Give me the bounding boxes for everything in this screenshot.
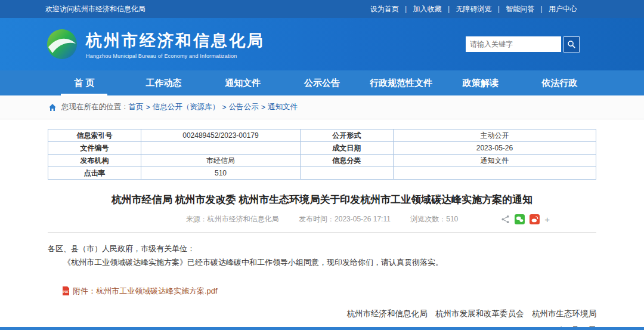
main-nav: 首 页 工作动态 通知文件 公示公告 行政规范性文件 政策解读 依法行政: [0, 70, 644, 95]
site-header: 杭州市经济和信息化局 Hangzhou Municipal Bureau of …: [0, 18, 644, 70]
divider: [48, 232, 596, 233]
meta-label: 文件编号: [48, 142, 141, 155]
topbar-links: 设为首页 | 加入收藏 | 无障碍浏览 | 智能问答 | 用户中心: [370, 4, 577, 14]
footer-strip: [0, 327, 644, 330]
table-row: 信息索引号 002489452/2023-00179 公开形式 主动公开: [48, 129, 596, 142]
search-icon: [567, 40, 576, 49]
nav-notice-files[interactable]: 通知文件: [203, 70, 283, 95]
nav-policy-interpretation[interactable]: 政策解读: [441, 70, 520, 95]
wechat-share-icon[interactable]: [515, 214, 525, 224]
topbar-separator: |: [541, 5, 543, 13]
meta-value: [393, 167, 596, 180]
svg-text:PDF: PDF: [63, 290, 69, 294]
breadcrumb-link-notice-files[interactable]: 通知文件: [268, 102, 298, 112]
meta-value: 主动公开: [393, 129, 596, 142]
nav-regulatory-files[interactable]: 行政规范性文件: [361, 70, 441, 95]
site-name: 杭州市经济和信息化局: [86, 30, 265, 51]
topbar-welcome: 欢迎访问杭州市经济和信息化局: [45, 4, 145, 14]
article-meta-row: 来源：杭州市经济和信息化局 发布时间：2023-05-26 17:11 浏览次数…: [48, 214, 596, 226]
topbar-separator: |: [405, 5, 407, 13]
nav-work-news[interactable]: 工作动态: [124, 70, 203, 95]
topbar-link-accessibility[interactable]: 无障碍浏览: [456, 5, 491, 13]
breadcrumb-link-home[interactable]: 首页: [129, 102, 144, 112]
article-view-count: 浏览次数：510: [410, 215, 458, 223]
site-logo-icon: [47, 29, 78, 60]
meta-label: 点击率: [48, 167, 141, 180]
site-title-block: 杭州市经济和信息化局 Hangzhou Municipal Bureau of …: [86, 30, 265, 59]
table-row: 发布机构 市经信局 信息分类 通知文件: [48, 155, 596, 167]
topbar-link-user-center[interactable]: 用户中心: [549, 5, 577, 13]
meta-value: [141, 142, 301, 155]
attachment-link[interactable]: 附件：杭州市工业领域碳达峰实施方案.pdf: [73, 286, 218, 297]
breadcrumb-separator: >: [261, 103, 265, 112]
meta-label: 信息分类: [300, 155, 393, 167]
meta-label: 信息索引号: [48, 129, 141, 142]
home-icon[interactable]: [48, 103, 57, 112]
search-box: [466, 36, 580, 53]
breadcrumb-link-info-disclosure[interactable]: 信息公开（资源库）: [153, 102, 220, 112]
document-signature: 杭州市经济和信息化局 杭州市发展和改革委员会 杭州市生态环境局: [48, 309, 596, 319]
table-row: 点击率 510: [48, 167, 596, 180]
meta-label: 公开形式: [300, 129, 393, 142]
topbar-link-set-home[interactable]: 设为首页: [370, 5, 399, 13]
article-publish-time: 发布时间：2023-05-26 17:11: [299, 215, 391, 223]
pdf-file-icon: PDF: [62, 286, 70, 295]
share-icon[interactable]: [501, 215, 510, 224]
share-buttons: +: [501, 214, 550, 224]
topbar-separator: |: [448, 5, 450, 13]
breadcrumb-link-announcements[interactable]: 公告公示: [229, 102, 259, 112]
breadcrumb-separator: >: [222, 103, 226, 112]
breadcrumb: 您现在所在的位置： 首页 > 信息公开（资源库） > 公告公示 > 通知文件: [0, 95, 644, 119]
document-meta-table: 信息索引号 002489452/2023-00179 公开形式 主动公开 文件编…: [48, 129, 596, 180]
topbar: 欢迎访问杭州市经济和信息化局 设为首页 | 加入收藏 | 无障碍浏览 | 智能问…: [0, 0, 644, 18]
page-title: 杭州市经信局 杭州市发改委 杭州市生态环境局关于印发杭州市工业领域碳达峰实施方案…: [48, 193, 596, 206]
page: 欢迎访问杭州市经济和信息化局 设为首页 | 加入收藏 | 无障碍浏览 | 智能问…: [0, 0, 644, 330]
meta-label: 成文日期: [300, 142, 393, 155]
nav-public-announcements[interactable]: 公示公告: [283, 70, 362, 95]
article-salutation: 各区、县（市）人民政府，市级有关单位：: [48, 242, 596, 255]
topbar-link-favorite[interactable]: 加入收藏: [413, 5, 442, 13]
attachment-row: PDF 附件：杭州市工业领域碳达峰实施方案.pdf: [62, 286, 596, 297]
weibo-share-icon[interactable]: [530, 214, 540, 224]
article-source: 来源：杭州市经济和信息化局: [186, 215, 279, 223]
site-name-english: Hangzhou Municipal Bureau of Economy and…: [86, 53, 265, 59]
article-body: 《杭州市工业领域碳达峰实施方案》已经市碳达峰碳中和工作领导小组同意，现印发给你们…: [48, 255, 596, 269]
breadcrumb-separator: >: [146, 103, 150, 112]
meta-label: 发布机构: [48, 155, 141, 167]
nav-law-administration[interactable]: 依法行政: [520, 70, 599, 95]
meta-value: 通知文件: [393, 155, 596, 167]
topbar-link-smart-qa[interactable]: 智能问答: [506, 5, 534, 13]
search-button[interactable]: [564, 36, 580, 53]
table-row: 文件编号 成文日期 2023-05-26: [48, 142, 596, 155]
meta-value: 2023-05-26: [393, 142, 596, 155]
nav-home[interactable]: 首 页: [45, 70, 124, 95]
search-input[interactable]: [466, 36, 561, 52]
meta-value: 510: [141, 167, 301, 180]
meta-value: 002489452/2023-00179: [141, 129, 301, 142]
share-more-button[interactable]: +: [544, 214, 550, 224]
main-content: 信息索引号 002489452/2023-00179 公开形式 主动公开 文件编…: [0, 119, 644, 330]
topbar-separator: |: [498, 5, 500, 13]
meta-label: [300, 167, 393, 180]
breadcrumb-prefix: 您现在所在的位置：: [61, 102, 129, 112]
meta-value: 市经信局: [141, 155, 301, 167]
